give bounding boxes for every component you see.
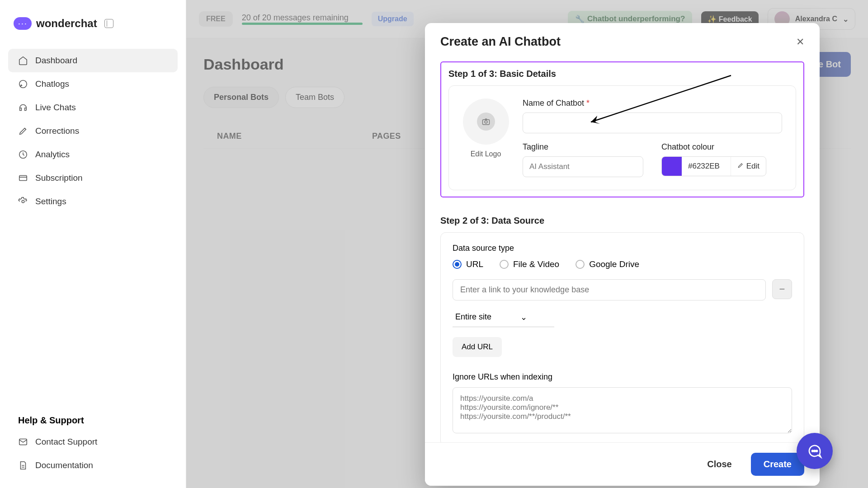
nav-label: Live Chats	[35, 103, 76, 113]
scope-select[interactable]: Entire site ⌄	[453, 308, 554, 327]
ds-type-label: Data source type	[453, 244, 792, 253]
remove-url-button[interactable]: −	[772, 279, 792, 299]
help-heading: Help & Support	[8, 406, 178, 430]
ds-type-radios: URL File & Video Google Drive	[453, 259, 792, 269]
nav-label: Analytics	[35, 150, 70, 160]
sidebar-item-live-chats[interactable]: Live Chats	[8, 96, 178, 119]
logo-icon: • • •	[14, 17, 32, 30]
ignore-label: Ignore URLs when indexing	[453, 372, 792, 382]
modal-title: Create an AI Chatbot	[440, 35, 561, 49]
radio-google-drive[interactable]: Google Drive	[576, 259, 639, 269]
card-icon	[18, 173, 28, 183]
close-icon[interactable]: ✕	[796, 36, 804, 48]
step2: Step 2 of 3: Data Source Data source typ…	[440, 216, 804, 442]
radio-on-icon	[453, 260, 462, 269]
pencil-icon	[18, 126, 28, 136]
tagline-label: Tagline	[523, 142, 643, 152]
url-input[interactable]	[453, 279, 766, 300]
modal-footer: Close Create	[425, 442, 820, 486]
svg-point-3	[22, 200, 24, 203]
close-button[interactable]: Close	[696, 453, 742, 476]
sidebar-item-analytics[interactable]: Analytics	[8, 143, 178, 166]
sidebar-help: Help & Support Contact Support Documenta…	[0, 406, 186, 477]
sidebar-item-corrections[interactable]: Corrections	[8, 119, 178, 143]
add-url-button[interactable]: Add URL	[453, 337, 502, 357]
svg-point-8	[485, 121, 487, 123]
sidebar-item-subscription[interactable]: Subscription	[8, 166, 178, 190]
nav-label: Subscription	[35, 173, 83, 183]
svg-point-0	[19, 80, 27, 88]
gear-icon	[18, 197, 28, 206]
chevron-down-icon: ⌄	[520, 312, 527, 322]
nav-label: Contact Support	[35, 437, 97, 447]
sidebar-item-settings[interactable]: Settings	[8, 190, 178, 213]
brand-name: wonderchat	[36, 17, 97, 30]
brand-logo[interactable]: • • • wonderchat	[0, 11, 186, 43]
color-hex: #6232EB	[682, 162, 731, 171]
primary-nav: Dashboard Chatlogs Live Chats Correction…	[0, 43, 186, 219]
ignore-urls-textarea[interactable]	[453, 387, 792, 433]
clock-icon	[18, 150, 28, 160]
home-icon	[18, 56, 28, 66]
chat-icon	[18, 79, 28, 89]
svg-line-5	[591, 75, 731, 122]
mail-icon	[18, 437, 28, 447]
radio-off-icon	[576, 260, 585, 269]
color-swatch	[662, 156, 682, 176]
create-button[interactable]: Create	[751, 453, 804, 476]
edit-logo-label: Edit Logo	[471, 150, 501, 158]
doc-icon	[18, 460, 28, 470]
sidebar-item-chatlogs[interactable]: Chatlogs	[8, 72, 178, 96]
chat-bubble-icon	[807, 443, 823, 459]
chat-fab[interactable]	[797, 433, 833, 469]
sidebar-item-contact-support[interactable]: Contact Support	[8, 430, 178, 454]
create-chatbot-modal: Create an AI Chatbot ✕ Step 1 of 3: Basi…	[425, 23, 820, 486]
pencil-icon	[737, 162, 744, 171]
step2-title: Step 2 of 3: Data Source	[440, 216, 804, 226]
sidebar-collapse-icon[interactable]	[104, 19, 113, 28]
svg-point-11	[816, 450, 817, 452]
sidebar-item-documentation[interactable]: Documentation	[8, 454, 178, 477]
radio-file-video[interactable]: File & Video	[500, 259, 559, 269]
color-label: Chatbot colour	[661, 142, 782, 152]
nav-label: Chatlogs	[35, 79, 69, 89]
nav-label: Corrections	[35, 126, 79, 136]
camera-icon	[477, 113, 495, 131]
logo-placeholder	[463, 99, 509, 145]
logo-uploader[interactable]: Edit Logo	[462, 99, 509, 177]
step1-highlight: Step 1 of 3: Basic Details Edit Logo Nam…	[440, 61, 804, 197]
nav-label: Dashboard	[35, 56, 77, 66]
svg-point-9	[812, 450, 813, 452]
tagline-input[interactable]	[523, 156, 643, 177]
radio-off-icon	[500, 260, 509, 269]
nav-label: Settings	[35, 197, 66, 206]
svg-rect-2	[19, 176, 27, 181]
nav-label: Documentation	[35, 460, 93, 470]
color-picker[interactable]: #6232EB Edit	[661, 156, 766, 176]
edit-color-button[interactable]: Edit	[731, 157, 766, 176]
radio-url[interactable]: URL	[453, 259, 483, 269]
sidebar-item-dashboard[interactable]: Dashboard	[8, 49, 178, 72]
svg-point-10	[814, 450, 816, 452]
sidebar: • • • wonderchat Dashboard Chatlogs Live…	[0, 0, 186, 488]
annotation-arrow	[582, 73, 736, 127]
data-source-card: Data source type URL File & Video Google…	[440, 232, 804, 442]
headset-icon	[18, 103, 28, 113]
main: FREE 20 of 20 messages remaining Upgrade…	[186, 0, 868, 488]
